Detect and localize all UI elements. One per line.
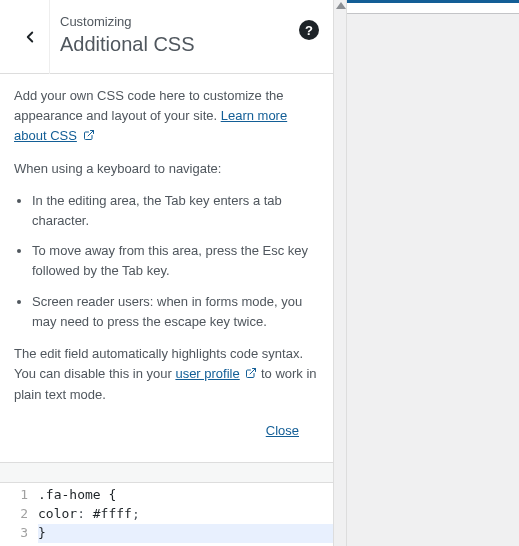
help-icon: ? [305,23,313,38]
panel-separator [333,0,347,546]
list-item: To move away from this area, press the E… [32,241,319,281]
editor-toolbar [0,463,333,483]
list-item: In the editing area, the Tab key enters … [32,191,319,231]
css-editor[interactable]: 1 2 3 .fa-home { color: #ffff; } [0,462,333,546]
svg-line-1 [250,368,256,374]
code-line: color: #ffff; [38,505,333,524]
svg-line-0 [88,130,94,136]
code-line: .fa-home { [38,486,333,505]
chevron-left-icon [21,28,39,46]
external-link-icon [245,365,257,385]
preview-pane [347,0,519,546]
help-button[interactable]: ? [299,20,319,40]
user-profile-link[interactable]: user profile [175,366,239,381]
code-lines[interactable]: .fa-home { color: #ffff; } [34,483,333,546]
admin-bar-stripe [347,0,519,3]
code-line: } [38,524,333,543]
back-button[interactable] [10,0,50,74]
customizer-panel: Customizing Additional CSS ? Add your ow… [0,0,333,546]
syntax-paragraph: The edit field automatically highlights … [14,344,319,405]
panel-header: Customizing Additional CSS ? [0,0,333,74]
panel-body: Add your own CSS code here to customize … [0,74,333,462]
tips-list: In the editing area, the Tab key enters … [14,191,319,332]
triangle-up-icon [336,2,346,9]
keyboard-hint: When using a keyboard to navigate: [14,159,319,179]
intro-paragraph: Add your own CSS code here to customize … [14,86,319,147]
overline-text: Customizing [60,14,283,29]
close-link[interactable]: Close [266,423,299,438]
list-item: Screen reader users: when in forms mode,… [32,292,319,332]
line-gutter: 1 2 3 [0,483,34,546]
panel-title: Additional CSS [60,33,283,56]
external-link-icon [83,127,95,147]
